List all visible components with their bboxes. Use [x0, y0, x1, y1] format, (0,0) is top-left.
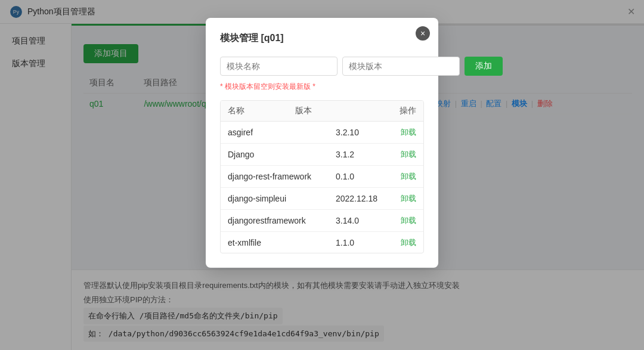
modal-table-scroll[interactable]: asgiref 3.2.10 卸载 Django 3.1.2 卸载 django… [221, 122, 423, 253]
modal-col-version: 版本 [288, 101, 355, 122]
unload-button[interactable]: 卸载 [401, 194, 416, 203]
unload-button[interactable]: 卸载 [401, 128, 416, 137]
module-name-cell: djangorestframework [221, 210, 329, 232]
modal-table-row: asgiref 3.2.10 卸载 [221, 122, 423, 144]
unload-button[interactable]: 卸载 [401, 216, 416, 225]
modal-table-row: djangorestframework 3.14.0 卸载 [221, 210, 423, 232]
module-version-cell: 3.1.2 [329, 144, 391, 166]
module-version-cell: 1.1.0 [329, 232, 391, 253]
module-name-cell: asgiref [221, 122, 329, 144]
modal-col-name: 名称 [221, 101, 288, 122]
modal-table-row: Django 3.1.2 卸载 [221, 144, 423, 166]
module-name-cell: Django [221, 144, 329, 166]
module-action-cell: 卸载 [391, 122, 423, 144]
modal-table-body: asgiref 3.2.10 卸载 Django 3.1.2 卸载 django… [221, 122, 423, 253]
modal-backdrop: 模块管理 [q01] × 添加 * 模块版本留空则安装最新版 * 名称 版本 操… [0, 0, 644, 350]
modal-col-action: 操作 [356, 101, 423, 122]
modal-table-row: django-rest-framework 0.1.0 卸载 [221, 166, 423, 188]
modal-title: 模块管理 [q01] [220, 32, 424, 45]
module-action-cell: 卸载 [391, 144, 423, 166]
module-action-cell: 卸载 [391, 166, 423, 188]
module-version-cell: 3.2.10 [329, 122, 391, 144]
modal-table-row: et-xmlfile 1.1.0 卸载 [221, 232, 423, 253]
module-modal: 模块管理 [q01] × 添加 * 模块版本留空则安装最新版 * 名称 版本 操… [206, 18, 438, 268]
module-action-cell: 卸载 [391, 210, 423, 232]
modal-table-row: django-simpleui 2022.12.18 卸载 [221, 188, 423, 210]
module-name-input[interactable] [220, 57, 338, 76]
unload-button[interactable]: 卸载 [401, 150, 416, 159]
modal-table: 名称 版本 操作 [221, 101, 423, 122]
module-version-cell: 0.1.0 [329, 166, 391, 188]
modal-form-row: 添加 [220, 57, 424, 76]
module-name-cell: django-rest-framework [221, 166, 329, 188]
unload-button[interactable]: 卸载 [401, 238, 416, 247]
module-version-input[interactable] [342, 57, 460, 76]
modal-close-button[interactable]: × [416, 26, 430, 41]
module-version-cell: 2022.12.18 [329, 188, 391, 210]
unload-button[interactable]: 卸载 [401, 172, 416, 181]
module-add-button[interactable]: 添加 [465, 57, 503, 76]
module-action-cell: 卸载 [391, 232, 423, 253]
modal-hint: * 模块版本留空则安装最新版 * [220, 82, 424, 92]
module-name-cell: django-simpleui [221, 188, 329, 210]
modal-table-wrap: 名称 版本 操作 asgiref 3.2.10 卸载 Django 3.1.2 … [220, 100, 424, 253]
module-version-cell: 3.14.0 [329, 210, 391, 232]
module-name-cell: et-xmlfile [221, 232, 329, 253]
module-action-cell: 卸载 [391, 188, 423, 210]
